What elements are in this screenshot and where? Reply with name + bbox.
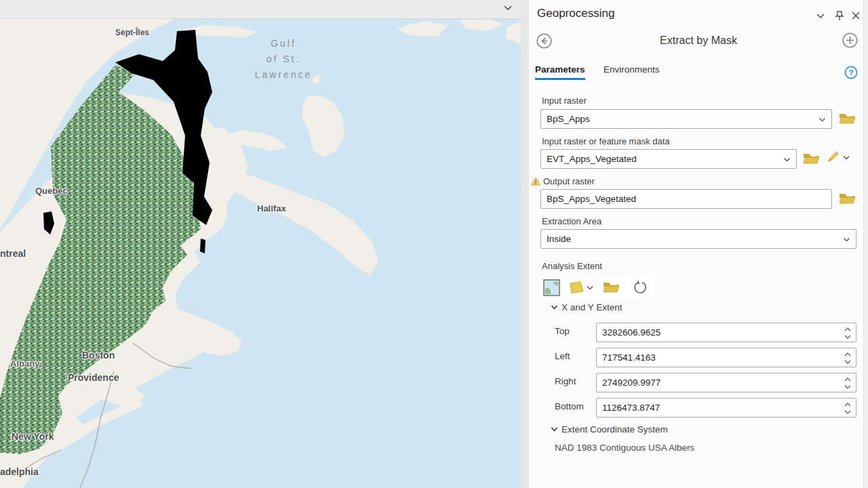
extent-top-label: Top: [555, 326, 570, 336]
input-raster-label: Input raster: [542, 96, 587, 106]
tab-environments[interactable]: Environments: [604, 64, 660, 78]
output-raster-value[interactable]: [547, 190, 814, 208]
extent-left-label: Left: [555, 351, 570, 361]
extent-top-field[interactable]: [596, 323, 856, 342]
map-label-boston: Boston: [82, 350, 115, 361]
map-label-gulf-of-st-lawrence: Gulf of St. Lawrence: [229, 36, 338, 83]
tool-title: Extract by Mask: [529, 35, 868, 47]
panel-title: Geoprocessing: [537, 7, 614, 20]
panel-scrollbar[interactable]: [863, 0, 868, 488]
spinner-icon[interactable]: [844, 376, 852, 390]
input-raster-value[interactable]: [547, 110, 814, 128]
extent-left-field[interactable]: [596, 348, 856, 367]
mask-combo[interactable]: [540, 149, 797, 169]
extent-bottom-label: Bottom: [555, 401, 584, 411]
tab-parameters[interactable]: Parameters: [535, 64, 585, 80]
analysis-extent-label: Analysis Extent: [542, 261, 602, 271]
output-raster-field[interactable]: [540, 189, 832, 209]
section-collapse-chevron-icon: [551, 427, 558, 432]
reset-extent-icon[interactable]: [633, 280, 648, 296]
svg-text:?: ?: [848, 68, 853, 77]
extent-bottom-value[interactable]: [602, 399, 838, 417]
panel-close-icon[interactable]: [850, 9, 862, 22]
map-label-new-york: New York: [12, 431, 54, 442]
mask-label: Input raster or feature mask data: [542, 136, 670, 146]
map-label-philadelphia: adelphia: [0, 466, 39, 477]
raster-mask-black-spot-2: [200, 239, 205, 253]
extent-bottom-field[interactable]: [596, 398, 856, 418]
map-label-albany: Albany: [10, 359, 39, 369]
extent-polygon-dropdown-chevron-icon[interactable]: [587, 285, 593, 290]
map-label-halifax: Halifax: [257, 203, 286, 214]
panel-collapse-chevron-icon[interactable]: [814, 9, 827, 22]
expand-ribbon-chevron-icon[interactable]: [503, 5, 513, 11]
map-top-collapsed-bar: [0, 0, 521, 19]
extent-right-label: Right: [555, 376, 576, 386]
map-label-providence: Providence: [68, 372, 119, 383]
extent-left-value[interactable]: [602, 348, 838, 367]
help-icon[interactable]: ?: [844, 66, 858, 79]
combo-chevron-icon[interactable]: [783, 157, 791, 162]
crs-section-header[interactable]: Extent Coordinate System: [551, 424, 668, 434]
pencil-dropdown-chevron-icon[interactable]: [843, 155, 850, 160]
mask-browse-folder-icon[interactable]: [803, 152, 820, 165]
crs-value: NAD 1983 Contiguous USA Albers: [555, 443, 694, 453]
spinner-icon[interactable]: [844, 326, 852, 340]
input-raster-combo[interactable]: [540, 109, 832, 129]
map-label-quebec: Quebec: [35, 186, 68, 196]
extent-polygon-icon[interactable]: [568, 281, 585, 294]
map-label-montreal: ntreal: [0, 248, 26, 259]
crs-section-label: Extent Coordinate System: [561, 424, 668, 434]
xy-extent-section-label: X and Y Extent: [561, 302, 623, 312]
pane-divider[interactable]: [521, 0, 529, 488]
map-view[interactable]: Sept-Îles Gulf of St. Lawrence Quebec Ha…: [0, 0, 521, 488]
sketch-pencil-icon[interactable]: [825, 150, 840, 165]
output-browse-folder-icon[interactable]: [839, 192, 856, 205]
combo-chevron-icon[interactable]: [843, 237, 850, 242]
spinner-icon[interactable]: [844, 401, 852, 415]
spinner-icon[interactable]: [844, 351, 852, 365]
mask-value[interactable]: [547, 150, 778, 168]
warning-icon: !: [531, 177, 540, 186]
extent-top-value[interactable]: [602, 323, 838, 342]
xy-extent-section-header[interactable]: X and Y Extent: [551, 302, 623, 312]
extraction-area-label: Extraction Area: [542, 216, 601, 226]
extraction-area-value[interactable]: [547, 230, 838, 248]
extent-right-value[interactable]: [602, 373, 838, 392]
geoprocessing-panel: Geoprocessing Extract by Mask Parameters…: [529, 0, 868, 488]
combo-chevron-icon[interactable]: [818, 117, 826, 122]
map-label-sept-iles: Sept-Îles: [115, 28, 149, 37]
section-collapse-chevron-icon: [551, 305, 558, 310]
svg-text:!: !: [535, 179, 537, 186]
current-map-extent-icon[interactable]: [543, 279, 560, 296]
extent-right-field[interactable]: [596, 373, 856, 392]
analysis-extent-toolbar: [540, 277, 654, 299]
input-raster-browse-folder-icon[interactable]: [839, 112, 856, 125]
panel-pin-icon[interactable]: [833, 9, 846, 22]
extent-browse-folder-icon[interactable]: [603, 281, 620, 294]
basemap-canvas[interactable]: [0, 19, 521, 488]
output-raster-label: Output raster: [543, 176, 595, 186]
extraction-area-combo[interactable]: [540, 229, 856, 249]
add-to-model-plus-button[interactable]: [842, 33, 858, 48]
